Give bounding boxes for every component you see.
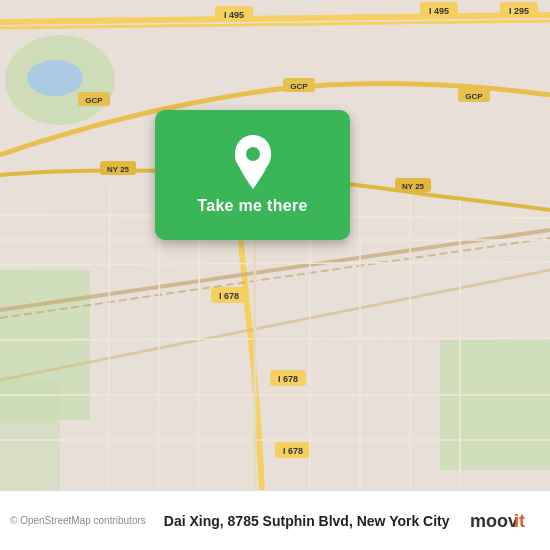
bottom-bar: © OpenStreetMap contributors Dai Xing, 8… — [0, 490, 550, 550]
svg-point-5 — [27, 60, 83, 96]
copyright-text: © OpenStreetMap contributors — [10, 515, 146, 526]
svg-text:I 678: I 678 — [219, 291, 239, 301]
svg-text:GCP: GCP — [465, 92, 483, 101]
svg-rect-3 — [440, 340, 550, 470]
location-pin-icon — [231, 135, 275, 189]
map-container: I 495 I 495 I 295 GCP GCP GCP NY 25 NY 2… — [0, 0, 550, 490]
svg-text:it: it — [514, 511, 525, 531]
take-me-there-label: Take me there — [197, 197, 307, 215]
map-svg: I 495 I 495 I 295 GCP GCP GCP NY 25 NY 2… — [0, 0, 550, 490]
svg-text:I 678: I 678 — [278, 374, 298, 384]
moovit-logo-container: moov it — [468, 507, 538, 535]
svg-text:NY 25: NY 25 — [107, 165, 130, 174]
svg-text:moov: moov — [470, 511, 518, 531]
svg-text:I 678: I 678 — [283, 446, 303, 456]
svg-text:I 295: I 295 — [509, 6, 529, 16]
place-info: Dai Xing, 8785 Sutphin Blvd, New York Ci… — [164, 512, 468, 530]
moovit-logo-icon: moov it — [468, 507, 538, 535]
place-name: Dai Xing, 8785 Sutphin Blvd, New York Ci… — [164, 513, 450, 529]
svg-text:GCP: GCP — [85, 96, 103, 105]
svg-text:GCP: GCP — [290, 82, 308, 91]
svg-rect-4 — [0, 380, 60, 490]
svg-text:I 495: I 495 — [224, 10, 244, 20]
svg-text:I 495: I 495 — [429, 6, 449, 16]
svg-point-48 — [246, 147, 260, 161]
take-me-there-card[interactable]: Take me there — [155, 110, 350, 240]
svg-text:NY 25: NY 25 — [402, 182, 425, 191]
